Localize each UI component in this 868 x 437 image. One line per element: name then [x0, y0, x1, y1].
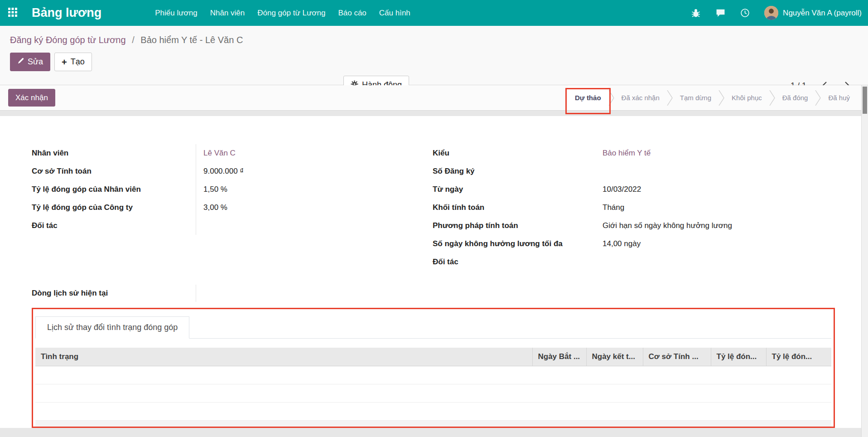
notebook-tabs: Lịch sử thay đổi tình trạng đóng góp [35, 316, 831, 339]
tab-contribution-status-history[interactable]: Lịch sử thay đổi tình trạng đóng góp [35, 316, 189, 339]
debug-bug-icon[interactable] [691, 8, 701, 18]
status-step-cancelled[interactable]: Đã huỷ [821, 85, 857, 110]
current-history-line-row: Dòng lịch sử hiện tại [32, 285, 430, 302]
field-value-current-history-line [196, 285, 430, 302]
status-step-confirmed[interactable]: Đã xác nhận [614, 85, 667, 110]
create-button[interactable]: + Tạo [54, 53, 92, 71]
col-header-end-date[interactable]: Ngày kết t... [586, 348, 643, 366]
col-header-start-date[interactable]: Ngày Bắt ... [532, 348, 586, 366]
status-steps: Dự thảo Đã xác nhận Tạm dừng Khôi phục Đ… [568, 85, 857, 110]
statusbar: Xác nhận Dự thảo Đã xác nhận Tạm dừng Kh… [0, 85, 868, 111]
history-table-header-row: Tình trạng Ngày Bắt ... Ngày kết t... Cơ… [35, 348, 831, 366]
history-table-empty-row [35, 366, 831, 384]
field-label-from-date: Từ ngày [433, 180, 603, 199]
field-label-employee-rate: Tỷ lệ đóng góp của Nhân viên [32, 180, 196, 199]
col-header-company-rate[interactable]: Tỷ lệ đón... [766, 348, 831, 366]
apps-grid-icon [8, 8, 17, 19]
main-menu: Phiếu lương Nhân viên Đóng góp từ Lương … [149, 0, 417, 26]
field-groups: Nhân viên Lê Văn C Cơ sở Tính toán 9.000… [32, 144, 835, 271]
nav-item-payslips[interactable]: Phiếu lương [149, 0, 203, 26]
nav-item-salary-contributions[interactable]: Đóng góp từ Lương [251, 0, 332, 26]
field-label-register-number: Số Đăng ký [433, 162, 603, 180]
field-label-type: Kiểu [433, 144, 603, 162]
history-table: Tình trạng Ngày Bắt ... Ngày kết t... Cơ… [35, 348, 831, 421]
field-value-employee: Lê Văn C [196, 144, 430, 162]
left-field-group: Nhân viên Lê Văn C Cơ sở Tính toán 9.000… [32, 144, 430, 235]
field-value-computation-block: Tháng [603, 199, 835, 217]
field-value-company-rate: 3,00 % [196, 199, 430, 217]
form-sheet: Nhân viên Lê Văn C Cơ sở Tính toán 9.000… [0, 116, 868, 428]
field-label-current-history-line: Dòng lịch sử hiện tại [32, 285, 196, 302]
col-header-employee-rate[interactable]: Tỷ lệ đón... [711, 348, 766, 366]
breadcrumb-current: Bảo hiểm Y tế - Lê Văn C [140, 35, 243, 45]
col-header-computation-base[interactable]: Cơ sở Tính ... [643, 348, 711, 366]
apps-menu-button[interactable] [0, 0, 25, 26]
user-menu[interactable]: Nguyễn Văn A (payroll) [764, 6, 862, 20]
plus-icon: + [62, 58, 67, 67]
navbar-right: Nguyễn Văn A (payroll) [691, 6, 862, 20]
field-value-employee-rate: 1,50 % [196, 180, 430, 199]
field-label-computation-block: Khối tính toán [433, 199, 603, 217]
contribution-type-link[interactable]: Bảo hiểm Y tế [603, 149, 651, 158]
right-field-group: Kiểu Bảo hiểm Y tế Số Đăng ký Từ ngày 10… [433, 144, 835, 271]
edit-button[interactable]: Sửa [10, 53, 50, 71]
field-label-computation-method: Phương pháp tính toán [433, 217, 603, 235]
navbar: Bảng lương Phiếu lương Nhân viên Đóng gó… [0, 0, 868, 26]
status-step-resumed[interactable]: Khôi phục [724, 85, 769, 110]
field-value-register-number [603, 162, 835, 180]
step-chevron-icon [815, 85, 821, 110]
field-label-company-rate: Tỷ lệ đóng góp của Công ty [32, 199, 196, 217]
chat-icon[interactable] [715, 8, 725, 18]
col-header-status[interactable]: Tình trạng [35, 348, 532, 366]
status-step-closed[interactable]: Đã đóng [775, 85, 815, 110]
employee-link[interactable]: Lê Văn C [203, 149, 236, 158]
history-table-footer [35, 421, 831, 427]
step-chevron-icon [608, 85, 614, 110]
nav-item-reports[interactable]: Báo cáo [332, 0, 372, 26]
field-value-computation-base: 9.000.000 ₫ [196, 162, 430, 180]
field-value-computation-method: Giới hạn số ngày không hưởng lương [603, 217, 835, 235]
toolbar: Sửa + Tạo [10, 53, 868, 71]
annotation-box-history-table: Lịch sử thay đổi tình trạng đóng góp Tìn… [32, 308, 835, 428]
nav-item-configuration[interactable]: Cấu hình [373, 0, 417, 26]
field-value-partner-right [603, 253, 835, 271]
field-value-type: Bảo hiểm Y tế [603, 144, 835, 162]
field-label-max-unpaid-days: Số ngày không hưởng lương tối đa [433, 235, 603, 253]
history-table-empty-row [35, 402, 831, 420]
field-label-partner-right: Đối tác [433, 253, 603, 271]
step-chevron-icon [667, 85, 673, 110]
field-label-computation-base: Cơ sở Tính toán [32, 162, 196, 180]
app-title[interactable]: Bảng lương [32, 6, 101, 20]
breadcrumb-separator: / [132, 35, 135, 45]
user-name: Nguyễn Văn A (payroll) [783, 9, 862, 18]
activities-clock-icon[interactable] [740, 8, 750, 18]
avatar [764, 6, 778, 20]
nav-item-employees[interactable]: Nhân viên [204, 0, 251, 26]
field-label-partner-left: Đối tác [32, 217, 196, 235]
field-value-max-unpaid-days: 14,00 ngày [603, 235, 835, 253]
content-gap [0, 111, 868, 116]
field-value-partner-left [196, 217, 430, 235]
field-label-employee: Nhân viên [32, 144, 196, 162]
pencil-icon [17, 57, 24, 67]
scrollbar-thumb[interactable] [863, 87, 867, 114]
breadcrumb-parent-link[interactable]: Đăng ký Đóng góp từ Lương [10, 35, 126, 45]
breadcrumb: Đăng ký Đóng góp từ Lương / Bảo hiểm Y t… [10, 33, 868, 47]
status-step-draft[interactable]: Dự thảo [568, 85, 608, 110]
control-panel: Đăng ký Đóng góp từ Lương / Bảo hiểm Y t… [0, 26, 868, 85]
vertical-scrollbar[interactable] [861, 85, 868, 437]
step-chevron-icon [719, 85, 724, 110]
step-chevron-icon [769, 85, 775, 110]
history-table-empty-row [35, 384, 831, 402]
confirm-button[interactable]: Xác nhận [8, 89, 55, 107]
status-step-suspended[interactable]: Tạm dừng [673, 85, 719, 110]
field-value-from-date: 10/03/2022 [603, 180, 835, 199]
